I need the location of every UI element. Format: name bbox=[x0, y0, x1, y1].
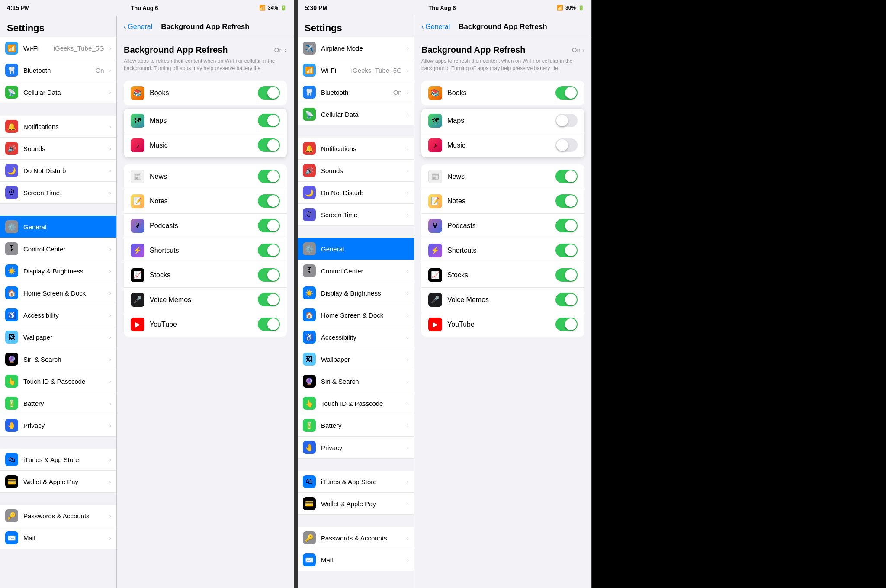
right-label-stocks: Stocks bbox=[447, 271, 550, 279]
sidebar-item-donotdisturb[interactable]: 🌙Do Not Disturb› bbox=[0, 160, 116, 182]
left-back-label[interactable]: General bbox=[128, 23, 152, 31]
sidebar-item-accessibility[interactable]: ♿Accessibility› bbox=[0, 304, 116, 326]
sidebar-label-general: General bbox=[321, 245, 409, 253]
sidebar-item-passwords[interactable]: 🔑Passwords & Accounts› bbox=[0, 505, 116, 527]
left-icon-voicememos: 🎤 bbox=[131, 293, 144, 307]
right-back-label[interactable]: General bbox=[425, 23, 450, 31]
sidebar-item-mail[interactable]: ✉️Mail› bbox=[298, 549, 414, 571]
sidebar-label-accessibility: Accessibility bbox=[321, 334, 402, 341]
left-icon-youtube: ▶ bbox=[131, 318, 144, 331]
left-detail-on[interactable]: On › bbox=[274, 46, 287, 54]
left-toggle-youtube[interactable] bbox=[258, 318, 280, 331]
left-toggle-voicememos[interactable] bbox=[258, 293, 280, 306]
left-toggle-podcasts[interactable] bbox=[258, 219, 280, 232]
right-icon-stocks: 📈 bbox=[428, 268, 442, 282]
sidebar-item-notifications[interactable]: 🔔Notifications› bbox=[298, 138, 414, 160]
left-sidebar: Settings 📶Wi-FiiGeeks_Tube_5G›🦷Bluetooth… bbox=[0, 16, 117, 588]
left-row-stocks: 📈 Stocks bbox=[124, 263, 287, 288]
sidebar-label-touchid: Touch ID & Passcode bbox=[23, 378, 104, 385]
sidebar-item-general[interactable]: ⚙️General bbox=[0, 216, 116, 238]
right-toggle-podcasts[interactable] bbox=[555, 219, 578, 232]
right-toggle-youtube[interactable] bbox=[555, 318, 578, 331]
sidebar-item-general[interactable]: ⚙️General bbox=[298, 238, 414, 260]
right-toggle-voicememos[interactable] bbox=[555, 293, 578, 306]
sidebar-item-controlcenter[interactable]: 🎛Control Center› bbox=[298, 260, 414, 282]
sidebar-item-display[interactable]: ☀️Display & Brightness› bbox=[0, 260, 116, 282]
right-separator-4 bbox=[298, 515, 414, 527]
right-toggle-news[interactable] bbox=[555, 170, 578, 183]
sidebar-item-battery[interactable]: 🔋Battery› bbox=[0, 392, 116, 414]
sidebar-item-privacy[interactable]: 🤚Privacy› bbox=[298, 437, 414, 459]
sidebar-item-airplanemode[interactable]: ✈️Airplane Mode› bbox=[298, 37, 414, 59]
left-icon-stocks: 📈 bbox=[131, 268, 144, 282]
sidebar-label-appstore: iTunes & App Store bbox=[321, 478, 402, 485]
sidebar-item-appstore[interactable]: 🛍iTunes & App Store› bbox=[298, 471, 414, 493]
sidebar-item-siri[interactable]: 🔮Siri & Search› bbox=[0, 348, 116, 370]
left-toggle-news[interactable] bbox=[258, 170, 280, 183]
right-nav-back[interactable]: ‹ General bbox=[421, 23, 450, 31]
right-detail-header: Background App Refresh On › Allow apps t… bbox=[414, 38, 591, 74]
sidebar-item-sounds[interactable]: 🔊Sounds› bbox=[0, 138, 116, 160]
sidebar-label-display: Display & Brightness bbox=[23, 267, 104, 275]
right-toggle-maps[interactable] bbox=[555, 114, 578, 127]
sidebar-label-notifications: Notifications bbox=[321, 145, 402, 152]
left-toggle-books[interactable] bbox=[258, 86, 280, 100]
right-row-youtube: ▶ YouTube bbox=[421, 312, 584, 337]
sidebar-icon-controlcenter: 🎛 bbox=[5, 242, 18, 255]
right-toggle-stocks[interactable] bbox=[555, 268, 578, 282]
sidebar-chevron-airplanemode: › bbox=[407, 45, 409, 51]
sidebar-item-passwords[interactable]: 🔑Passwords & Accounts› bbox=[298, 527, 414, 549]
sidebar-item-mail[interactable]: ✉️Mail› bbox=[0, 527, 116, 549]
sidebar-item-wallpaper[interactable]: 🖼Wallpaper› bbox=[0, 326, 116, 348]
sidebar-item-controlcenter[interactable]: 🎛Control Center› bbox=[0, 238, 116, 260]
sidebar-item-wallet[interactable]: 💳Wallet & Apple Pay› bbox=[0, 471, 116, 493]
right-sidebar-group4: 🛍iTunes & App Store›💳Wallet & Apple Pay› bbox=[298, 471, 414, 515]
left-toggle-stocks[interactable] bbox=[258, 268, 280, 282]
right-detail-on[interactable]: On › bbox=[572, 46, 584, 54]
right-detail-header-row: Background App Refresh On › bbox=[421, 45, 584, 55]
sidebar-item-wallpaper[interactable]: 🖼Wallpaper› bbox=[298, 348, 414, 370]
sidebar-item-touchid[interactable]: 👆Touch ID & Passcode› bbox=[0, 370, 116, 392]
sidebar-item-homescreen[interactable]: 🏠Home Screen & Dock› bbox=[0, 282, 116, 304]
sidebar-item-notifications[interactable]: 🔔Notifications› bbox=[0, 116, 116, 138]
sidebar-chevron-homescreen: › bbox=[109, 290, 111, 296]
sidebar-item-screentime[interactable]: ⏱Screen Time› bbox=[0, 182, 116, 204]
sidebar-item-wifi[interactable]: 📶Wi-FiiGeeks_Tube_5G› bbox=[298, 59, 414, 81]
sidebar-item-accessibility[interactable]: ♿Accessibility› bbox=[298, 326, 414, 348]
sidebar-item-homescreen[interactable]: 🏠Home Screen & Dock› bbox=[298, 304, 414, 326]
sidebar-item-battery[interactable]: 🔋Battery› bbox=[298, 414, 414, 437]
right-toggle-shortcuts[interactable] bbox=[555, 244, 578, 257]
right-detail-title: Background App Refresh bbox=[421, 45, 525, 55]
left-nav-back[interactable]: ‹ General bbox=[124, 23, 152, 31]
sidebar-item-siri[interactable]: 🔮Siri & Search› bbox=[298, 370, 414, 392]
left-highlight-box: 🗺 Maps ♪ Music bbox=[124, 109, 287, 157]
left-nav-bar: ‹ General Background App Refresh bbox=[117, 16, 294, 38]
sidebar-item-appstore[interactable]: 🛍iTunes & App Store› bbox=[0, 449, 116, 471]
sidebar-item-touchid[interactable]: 👆Touch ID & Passcode› bbox=[298, 392, 414, 414]
sidebar-item-bluetooth[interactable]: 🦷BluetoothOn› bbox=[0, 59, 116, 81]
sidebar-item-sounds[interactable]: 🔊Sounds› bbox=[298, 160, 414, 182]
sidebar-item-cellular[interactable]: 📡Cellular Data› bbox=[298, 103, 414, 125]
left-toggle-maps[interactable] bbox=[258, 114, 280, 127]
sidebar-item-screentime[interactable]: ⏱Screen Time› bbox=[298, 204, 414, 226]
sidebar-chevron-bluetooth: › bbox=[109, 67, 111, 74]
sidebar-item-cellular[interactable]: 📡Cellular Data› bbox=[0, 81, 116, 103]
sidebar-item-privacy[interactable]: 🤚Privacy› bbox=[0, 414, 116, 437]
sidebar-item-donotdisturb[interactable]: 🌙Do Not Disturb› bbox=[298, 182, 414, 204]
sidebar-item-bluetooth[interactable]: 🦷BluetoothOn› bbox=[298, 81, 414, 103]
sidebar-icon-passwords: 🔑 bbox=[5, 509, 18, 522]
sidebar-icon-homescreen: 🏠 bbox=[303, 308, 316, 321]
left-toggle-notes[interactable] bbox=[258, 194, 280, 208]
left-separator-4 bbox=[0, 493, 116, 505]
right-toggle-books[interactable] bbox=[555, 86, 578, 100]
right-toggle-music[interactable] bbox=[555, 138, 578, 152]
left-toggle-music[interactable] bbox=[258, 138, 280, 152]
sidebar-item-wifi[interactable]: 📶Wi-FiiGeeks_Tube_5G› bbox=[0, 37, 116, 59]
sidebar-item-wallet[interactable]: 💳Wallet & Apple Pay› bbox=[298, 493, 414, 515]
sidebar-chevron-siri: › bbox=[407, 378, 409, 385]
left-toggle-shortcuts[interactable] bbox=[258, 244, 280, 257]
sidebar-icon-passwords: 🔑 bbox=[303, 531, 316, 544]
right-toggle-notes[interactable] bbox=[555, 194, 578, 208]
sidebar-item-display[interactable]: ☀️Display & Brightness› bbox=[298, 282, 414, 304]
sidebar-label-privacy: Privacy bbox=[321, 444, 402, 451]
